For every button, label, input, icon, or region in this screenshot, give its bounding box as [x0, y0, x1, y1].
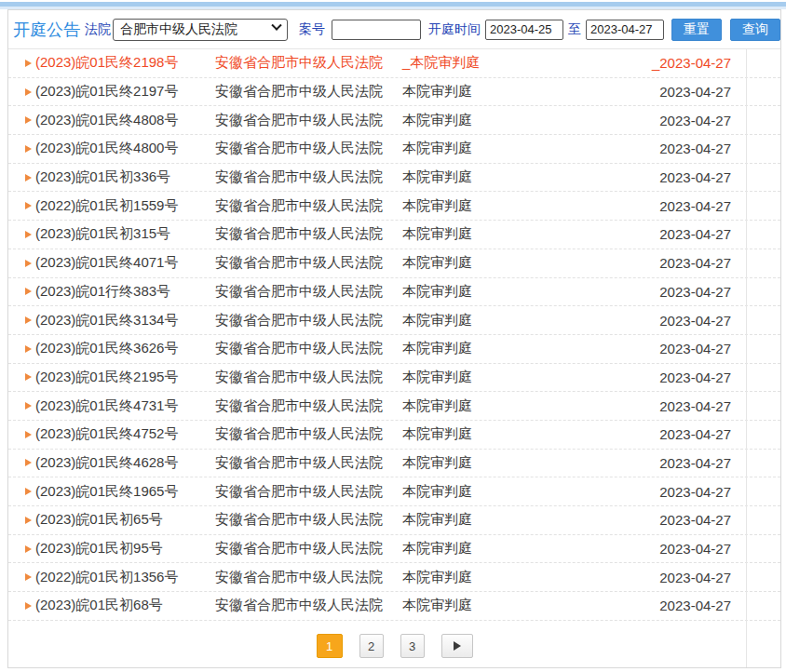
caret-right-icon[interactable]	[25, 459, 35, 466]
page-button-3[interactable]: 3	[400, 634, 425, 658]
table-row[interactable]: (2023)皖01民终2197号 安徽省合肥市中级人民法院 本院审判庭 2023…	[8, 78, 780, 107]
table-row[interactable]: (2023)皖01民终2198号 安徽省合肥市中级人民法院 _本院审判庭 _20…	[8, 49, 780, 78]
caret-right-icon[interactable]	[25, 231, 35, 238]
court-name: 安徽省合肥市中级人民法院	[215, 283, 402, 301]
table-row[interactable]: (2023)皖01民终4800号 安徽省合肥市中级人民法院 本院审判庭 2023…	[8, 135, 780, 164]
table-row[interactable]: (2023)皖01民终4071号 安徽省合肥市中级人民法院 本院审判庭 2023…	[8, 249, 780, 278]
case-number: (2023)皖01民终4800号	[35, 140, 215, 157]
caret-right-icon[interactable]	[25, 116, 35, 124]
court-name: 安徽省合肥市中级人民法院	[215, 112, 402, 129]
caret-right-icon[interactable]	[25, 402, 35, 410]
court-name: 安徽省合肥市中级人民法院	[215, 425, 402, 443]
case-number-input[interactable]	[332, 20, 421, 40]
table-row[interactable]: (2023)皖01民初68号 安徽省合肥市中级人民法院 本院审判庭 2023-0…	[8, 592, 780, 621]
court-name: 安徽省合肥市中级人民法院	[215, 140, 402, 157]
case-number: (2022)皖01民初1356号	[35, 569, 215, 586]
table-row[interactable]: (2022)皖01民初1356号 安徽省合肥市中级人民法院 本院审判庭 2023…	[8, 563, 780, 592]
table-row[interactable]: (2023)皖01民初336号 安徽省合肥市中级人民法院 本院审判庭 2023-…	[8, 164, 780, 193]
case-number: (2023)皖01民初65号	[35, 511, 215, 529]
hearing-date: 2023-04-27	[589, 341, 731, 356]
table-row[interactable]: (2023)皖01民初315号 安徽省合肥市中级人民法院 本院审判庭 2023-…	[8, 221, 780, 249]
caret-right-icon[interactable]	[25, 345, 35, 353]
court-name: 安徽省合肥市中级人民法院	[215, 225, 402, 243]
search-button[interactable]: 查询	[730, 19, 780, 41]
hearing-date: 2023-04-27	[589, 598, 731, 613]
table-row[interactable]: (2023)皖01民初95号 安徽省合肥市中级人民法院 本院审判庭 2023-0…	[8, 535, 780, 564]
case-number: (2023)皖01民终3626号	[35, 340, 215, 357]
caret-right-icon[interactable]	[25, 517, 35, 524]
date-to-input[interactable]	[586, 20, 664, 40]
courtroom: 本院审判庭	[402, 254, 589, 272]
court-name: 安徽省合肥市中级人民法院	[215, 312, 402, 329]
hearing-date: 2023-04-27	[589, 426, 731, 442]
page-button-2[interactable]: 2	[359, 634, 384, 658]
courtroom: _本院审判庭	[402, 54, 589, 72]
caret-right-icon[interactable]	[25, 202, 35, 209]
case-number: (2023)皖01民终4628号	[35, 454, 215, 472]
caret-right-icon[interactable]	[25, 145, 35, 153]
hearing-date: 2023-04-27	[589, 541, 731, 557]
pagination: 123	[8, 632, 780, 660]
court-name: 安徽省合肥市中级人民法院	[215, 340, 402, 357]
hearing-date: 2023-04-27	[589, 141, 731, 156]
caret-right-icon[interactable]	[25, 174, 35, 181]
table-row[interactable]: (2022)皖01民初1559号 安徽省合肥市中级人民法院 本院审判庭 2023…	[8, 192, 780, 221]
next-page-button[interactable]	[441, 634, 473, 658]
table-row[interactable]: (2023)皖01民终4731号 安徽省合肥市中级人民法院 本院审判庭 2023…	[8, 392, 780, 421]
caret-right-icon[interactable]	[25, 60, 35, 67]
case-number: (2022)皖01民初1559号	[35, 197, 215, 215]
courtroom: 本院审判庭	[402, 140, 589, 157]
date-from-input[interactable]	[485, 20, 563, 40]
reset-button[interactable]: 重置	[671, 19, 722, 41]
case-number: (2023)皖01民终4752号	[35, 425, 215, 443]
case-number: (2023)皖01民初315号	[35, 225, 215, 243]
courtroom: 本院审判庭	[402, 597, 589, 614]
case-number: (2023)皖01行终383号	[35, 283, 215, 301]
page-button-1[interactable]: 1	[317, 634, 343, 658]
caret-right-icon	[454, 641, 461, 651]
court-name: 安徽省合肥市中级人民法院	[215, 168, 402, 186]
hearing-date: 2023-04-27	[589, 455, 731, 471]
caret-right-icon[interactable]	[25, 488, 35, 495]
caret-right-icon[interactable]	[25, 288, 35, 295]
courtroom: 本院审判庭	[402, 540, 589, 558]
table-row[interactable]: (2023)皖01民初65号 安徽省合肥市中级人民法院 本院审判庭 2023-0…	[8, 506, 780, 535]
court-name: 安徽省合肥市中级人民法院	[215, 540, 402, 558]
court-name: 安徽省合肥市中级人民法院	[215, 197, 402, 215]
table-row[interactable]: (2023)皖01民终4752号 安徽省合肥市中级人民法院 本院审判庭 2023…	[8, 421, 780, 450]
hearing-date: 2023-04-27	[589, 226, 731, 242]
case-number: (2023)皖01民终4808号	[35, 112, 215, 129]
courtroom: 本院审判庭	[402, 511, 589, 529]
table-row[interactable]: (2023)皖01民终1965号 安徽省合肥市中级人民法院 本院审判庭 2023…	[8, 477, 780, 506]
table-row[interactable]: (2023)皖01民终2195号 安徽省合肥市中级人民法院 本院审判庭 2023…	[8, 364, 780, 393]
case-number: (2023)皖01民终2197号	[35, 83, 215, 101]
search-bar: 开庭公告 法院 合肥市中级人民法院 案号 开庭时间 至 重置 查询	[8, 10, 780, 49]
caret-right-icon[interactable]	[25, 260, 35, 267]
hearing-date: 2023-04-27	[589, 84, 731, 100]
table-row[interactable]: (2023)皖01行终383号 安徽省合肥市中级人民法院 本院审判庭 2023-…	[8, 278, 780, 307]
caret-right-icon[interactable]	[25, 373, 35, 381]
case-number: (2023)皖01民初336号	[35, 168, 215, 186]
hearing-date: 2023-04-27	[589, 398, 731, 414]
to-label: 至	[568, 21, 581, 38]
court-select[interactable]: 合肥市中级人民法院	[113, 19, 288, 41]
courtroom: 本院审判庭	[402, 369, 589, 386]
results-table: (2023)皖01民终2198号 安徽省合肥市中级人民法院 _本院审判庭 _20…	[8, 49, 780, 621]
caret-right-icon[interactable]	[25, 545, 35, 553]
caret-right-icon[interactable]	[25, 573, 35, 581]
court-name: 安徽省合肥市中级人民法院	[215, 511, 402, 529]
table-row[interactable]: (2023)皖01民终3134号 安徽省合肥市中级人民法院 本院审判庭 2023…	[8, 306, 780, 335]
hearing-date: 2023-04-27	[589, 370, 731, 385]
courtroom: 本院审判庭	[402, 454, 589, 472]
caret-right-icon[interactable]	[25, 602, 35, 610]
table-row[interactable]: (2023)皖01民终4808号 安徽省合肥市中级人民法院 本院审判庭 2023…	[8, 106, 780, 135]
courtroom: 本院审判庭	[402, 83, 589, 101]
court-name: 安徽省合肥市中级人民法院	[215, 483, 402, 501]
courtroom: 本院审判庭	[402, 283, 589, 301]
table-row[interactable]: (2023)皖01民终3626号 安徽省合肥市中级人民法院 本院审判庭 2023…	[8, 335, 780, 364]
case-number: (2023)皖01民终3134号	[35, 312, 215, 329]
caret-right-icon[interactable]	[25, 316, 35, 324]
caret-right-icon[interactable]	[25, 431, 35, 438]
table-row[interactable]: (2023)皖01民终4628号 安徽省合肥市中级人民法院 本院审判庭 2023…	[8, 450, 780, 478]
caret-right-icon[interactable]	[25, 88, 35, 96]
